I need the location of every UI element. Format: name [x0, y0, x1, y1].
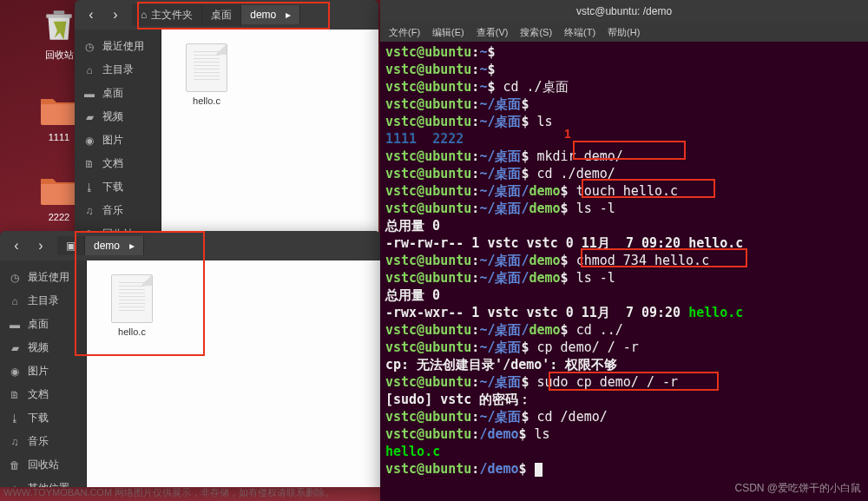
menu-item[interactable]: 查看(V): [477, 26, 509, 39]
sidebar-item-label: 图片: [28, 364, 49, 379]
clock-icon: ◷: [9, 272, 21, 284]
desktop-icon: ▬: [83, 88, 95, 100]
sidebar-item-camera[interactable]: ◉图片: [75, 129, 161, 152]
terminal-title: vstc@ubuntu: /demo: [380, 0, 868, 23]
sidebar-item-label: 回收站: [28, 458, 59, 472]
disk-icon: ▣: [66, 240, 76, 252]
menu-item[interactable]: 终端(T): [564, 26, 595, 39]
sidebar-item-label: 最近使用: [28, 270, 69, 285]
crumb-disk[interactable]: ▣: [57, 236, 85, 255]
watermark-csdn: CSDN @爱吃饼干的小白鼠: [734, 481, 861, 496]
fm1-sidebar: ◷最近使用⌂主目录▬桌面▰视频◉图片🗎文档⭳下载♫音乐🗑回收站: [75, 30, 161, 234]
sidebar-item-label: 视频: [102, 109, 123, 124]
terminal-window: vstc@ubuntu: /demo 文件(F)编辑(E)查看(V)搜索(S)终…: [380, 0, 868, 501]
sidebar-item-label: 主目录: [102, 63, 134, 77]
breadcrumb: ▣ demo▸: [57, 236, 144, 255]
sidebar-item-label: 桌面: [102, 86, 123, 101]
crumb-desktop[interactable]: 桌面: [202, 4, 241, 26]
sidebar-item-label: 桌面: [28, 317, 49, 332]
chevron-right-icon: ▸: [286, 9, 291, 21]
sidebar-item-desktop[interactable]: ▬桌面: [75, 82, 161, 105]
file-manager-window-2: ‹ › ▣ demo▸ ◷最近使用⌂主目录▬桌面▰视频◉图片🗎文档⭳下载♫音乐🗑…: [0, 231, 380, 487]
terminal-body[interactable]: vstc@ubuntu:~$ vstc@ubuntu:~$ vstc@ubunt…: [380, 42, 868, 479]
crumb-demo[interactable]: demo▸: [85, 236, 144, 255]
sidebar-item-music[interactable]: ♫音乐: [75, 199, 161, 222]
crumb-demo[interactable]: demo▸: [241, 5, 300, 24]
menu-item[interactable]: 帮助(H): [608, 26, 640, 39]
fm1-content[interactable]: hello.c: [161, 30, 378, 234]
menu-item[interactable]: 编辑(E): [432, 26, 464, 39]
cursor: [535, 463, 542, 477]
menu-item[interactable]: 搜索(S): [520, 26, 552, 39]
music-icon: ♫: [9, 436, 21, 448]
music-icon: ♫: [83, 205, 95, 217]
sidebar-item-download[interactable]: ⭳下载: [0, 406, 86, 430]
doc-icon: 🗎: [9, 389, 21, 401]
fm1-toolbar: ‹ › ⌂主文件夹 桌面 demo▸: [75, 0, 378, 30]
forward-button[interactable]: ›: [104, 3, 127, 26]
back-button[interactable]: ‹: [5, 234, 28, 257]
sidebar-item-video[interactable]: ▰视频: [0, 336, 86, 359]
trash-icon: 🗑: [9, 459, 21, 471]
sidebar-item-download[interactable]: ⭳下载: [75, 175, 161, 199]
sidebar-item-camera[interactable]: ◉图片: [0, 359, 86, 383]
file-manager-window-1: ‹ › ⌂主文件夹 桌面 demo▸ ◷最近使用⌂主目录▬桌面▰视频◉图片🗎文档…: [75, 0, 378, 234]
home-icon: ⌂: [83, 64, 95, 76]
sidebar-item-label: 主目录: [28, 293, 59, 308]
svg-rect-0: [54, 10, 65, 14]
fm2-toolbar: ‹ › ▣ demo▸: [0, 231, 380, 260]
file-label: hello.c: [101, 326, 163, 337]
sidebar-item-trash[interactable]: 🗑回收站: [0, 453, 86, 477]
fm2-content[interactable]: hello.c: [87, 260, 380, 487]
file-hello-c[interactable]: hello.c: [175, 43, 238, 106]
sidebar-item-label: 音乐: [28, 434, 49, 449]
home-icon: ⌂: [9, 295, 21, 307]
sidebar-item-label: 最近使用: [102, 39, 144, 54]
sidebar-item-clock[interactable]: ◷最近使用: [75, 35, 161, 58]
sidebar-item-music[interactable]: ♫音乐: [0, 430, 86, 453]
sidebar-item-home[interactable]: ⌂主目录: [75, 58, 161, 82]
download-icon: ⭳: [9, 412, 21, 425]
desktop-icon: ▬: [9, 319, 21, 331]
back-button[interactable]: ‹: [80, 3, 102, 26]
sidebar-item-label: 文档: [28, 387, 49, 402]
sidebar-item-clock[interactable]: ◷最近使用: [0, 266, 86, 289]
sidebar-item-label: 音乐: [102, 203, 123, 218]
breadcrumb: ⌂主文件夹 桌面 demo▸: [132, 4, 300, 26]
file-label: hello.c: [175, 96, 238, 106]
text-file-icon: [186, 43, 227, 92]
watermark-source: WWW.TOYMOBAN.COM 网络图片仅供展示，非存储，如有侵权请联系删除。: [3, 486, 334, 499]
doc-icon: 🗎: [83, 158, 95, 170]
sidebar-item-label: 下载: [28, 411, 49, 425]
download-icon: ⭳: [83, 181, 95, 194]
sidebar-item-label: 文档: [102, 156, 123, 171]
camera-icon: ◉: [83, 135, 95, 147]
menu-item[interactable]: 文件(F): [389, 26, 420, 39]
video-icon: ▰: [83, 111, 95, 123]
sidebar-item-label: 图片: [102, 133, 123, 148]
file-hello-c[interactable]: hello.c: [101, 274, 163, 337]
crumb-home[interactable]: ⌂主文件夹: [132, 4, 202, 26]
sidebar-item-doc[interactable]: 🗎文档: [75, 152, 161, 175]
terminal-menubar: 文件(F)编辑(E)查看(V)搜索(S)终端(T)帮助(H): [380, 23, 868, 42]
clock-icon: ◷: [83, 41, 95, 53]
chevron-right-icon: ▸: [129, 240, 135, 252]
video-icon: ▰: [9, 342, 21, 354]
sidebar-item-label: 下载: [102, 180, 123, 194]
home-icon: ⌂: [141, 9, 147, 21]
sidebar-item-home[interactable]: ⌂主目录: [0, 289, 86, 313]
sidebar-item-video[interactable]: ▰视频: [75, 105, 161, 129]
sidebar-item-label: 视频: [28, 340, 49, 355]
forward-button[interactable]: ›: [30, 234, 52, 257]
camera-icon: ◉: [9, 366, 21, 378]
sidebar-item-doc[interactable]: 🗎文档: [0, 383, 86, 406]
text-file-icon: [111, 274, 153, 323]
fm2-sidebar: ◷最近使用⌂主目录▬桌面▰视频◉图片🗎文档⭳下载♫音乐🗑回收站+其他位置: [0, 260, 87, 487]
sidebar-item-desktop[interactable]: ▬桌面: [0, 313, 86, 336]
